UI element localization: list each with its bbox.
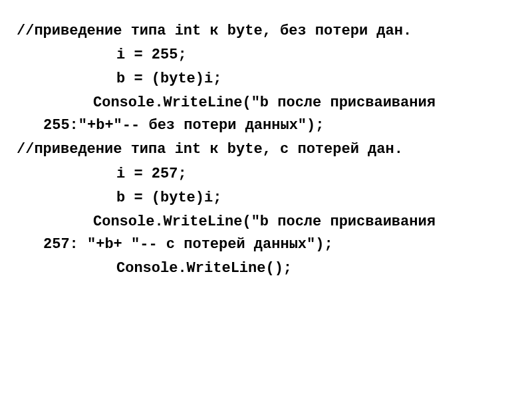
- code-console-write-2a: Console.WriteLine("b после присваивания: [17, 211, 515, 233]
- code-comment-2: //приведение типа int к byte, с потерей …: [17, 138, 515, 161]
- code-assign-i-255: i = 255;: [17, 44, 515, 66]
- code-comment-1: //приведение типа int к byte, без потери…: [17, 20, 515, 43]
- code-assign-b-cast-1: b = (byte)i;: [17, 68, 515, 90]
- code-assign-i-257: i = 257;: [17, 163, 515, 186]
- code-console-writeline-empty: Console.WriteLine();: [17, 257, 515, 280]
- code-console-write-2b: 257: "+b+ "-- с потерей данных");: [17, 233, 515, 256]
- code-console-write-1a: Console.WriteLine("b после присваивания: [17, 92, 515, 114]
- code-assign-b-cast-2: b = (byte)i;: [17, 187, 515, 209]
- code-console-write-1b: 255:"+b+"-- без потери данных");: [17, 114, 515, 137]
